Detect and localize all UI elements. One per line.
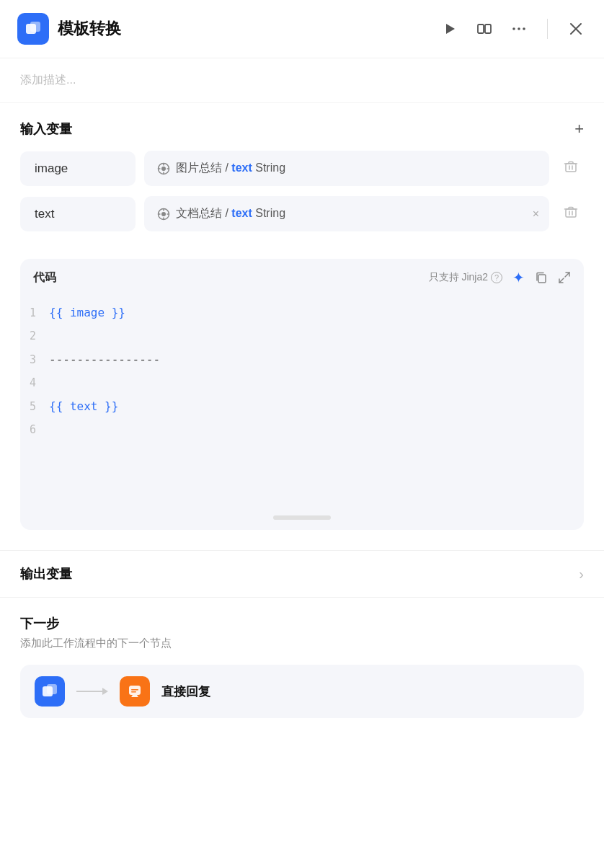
source-node-icon	[35, 676, 65, 707]
variable-name-text: text	[20, 197, 136, 231]
variable-value-text[interactable]: 文档总结 / text String ×	[144, 196, 549, 231]
clear-variable-text[interactable]: ×	[533, 208, 539, 221]
code-header: 代码 只支持 Jinja2 ? ✦	[20, 259, 584, 293]
description-area[interactable]: 添加描述...	[0, 58, 604, 103]
variable-row-text: text 文档总结 / text String ×	[20, 196, 584, 231]
variable-source-image: 图片总结 / text String	[176, 161, 285, 176]
add-variable-button[interactable]: +	[574, 121, 584, 137]
next-step-description: 添加此工作流程中的下一个节点	[20, 637, 584, 650]
svg-point-21	[161, 212, 166, 216]
source-icon-text	[157, 208, 170, 221]
svg-rect-16	[566, 164, 576, 172]
delete-variable-text[interactable]	[558, 202, 584, 226]
svg-rect-36	[131, 691, 136, 693]
svg-rect-35	[131, 689, 138, 691]
variable-name-image: image	[20, 151, 136, 186]
code-editor[interactable]: 1 {{ image }} 2 3 ---------------- 4 5 {…	[20, 293, 584, 510]
output-variables-section[interactable]: 输出变量 ›	[0, 550, 604, 598]
ai-assist-button[interactable]: ✦	[512, 269, 525, 286]
svg-rect-4	[485, 25, 491, 33]
svg-point-7	[523, 27, 525, 30]
copy-button[interactable]	[535, 271, 548, 284]
code-line-2: 2	[20, 325, 584, 348]
svg-point-6	[518, 27, 520, 30]
code-line-4: 4	[20, 372, 584, 395]
more-button[interactable]	[508, 18, 530, 40]
code-line-6: 6	[20, 419, 584, 442]
arrow-connector	[76, 688, 108, 695]
play-button[interactable]	[439, 18, 461, 40]
output-variables-title: 输出变量	[20, 565, 72, 583]
variable-row-image: image 图片总结 / text String	[20, 151, 584, 186]
code-header-right: 只支持 Jinja2 ? ✦	[429, 269, 571, 286]
description-placeholder: 添加描述...	[20, 74, 76, 86]
svg-rect-26	[566, 209, 576, 217]
page-title: 模板转换	[58, 18, 430, 40]
svg-rect-1	[30, 22, 40, 32]
code-line-3: 3 ----------------	[20, 347, 584, 372]
code-line-1: 1 {{ image }}	[20, 301, 584, 325]
svg-marker-2	[446, 24, 455, 34]
close-button[interactable]	[565, 18, 587, 40]
header-divider	[547, 19, 548, 39]
layout-button[interactable]	[474, 18, 495, 40]
code-line-5: 5 {{ text }}	[20, 394, 584, 419]
svg-point-11	[161, 167, 166, 171]
svg-line-32	[559, 278, 564, 283]
code-title: 代码	[33, 270, 56, 285]
variable-source-text: 文档总结 / text String	[176, 206, 285, 221]
help-icon[interactable]: ?	[491, 272, 502, 283]
next-step-card[interactable]: 直接回复	[20, 665, 584, 718]
app-logo	[17, 13, 49, 45]
code-section: 代码 只支持 Jinja2 ? ✦	[20, 259, 584, 530]
svg-line-31	[565, 273, 569, 277]
header: 模板转换	[0, 0, 604, 58]
delete-variable-image[interactable]	[558, 156, 584, 180]
input-variables-title: 输入变量	[20, 120, 72, 138]
svg-point-5	[512, 27, 515, 30]
chevron-right-icon: ›	[579, 566, 584, 583]
header-actions	[439, 18, 587, 40]
source-icon-image	[157, 162, 170, 175]
code-scrollbar	[273, 515, 331, 520]
svg-rect-34	[47, 684, 57, 694]
target-node-icon	[120, 676, 150, 707]
jinja-label: 只支持 Jinja2 ?	[429, 271, 502, 284]
variable-value-image[interactable]: 图片总结 / text String	[144, 151, 549, 186]
next-step-title: 下一步	[20, 615, 584, 632]
svg-rect-30	[538, 275, 546, 283]
next-step-section: 下一步 添加此工作流程中的下一个节点 直接回复	[0, 598, 604, 730]
input-variables-section: 输入变量 + image 图片总结 / text String	[0, 103, 604, 259]
next-node-label: 直接回复	[161, 683, 210, 700]
input-variables-header: 输入变量 +	[20, 120, 584, 138]
svg-rect-3	[478, 25, 484, 33]
expand-button[interactable]	[558, 271, 571, 284]
